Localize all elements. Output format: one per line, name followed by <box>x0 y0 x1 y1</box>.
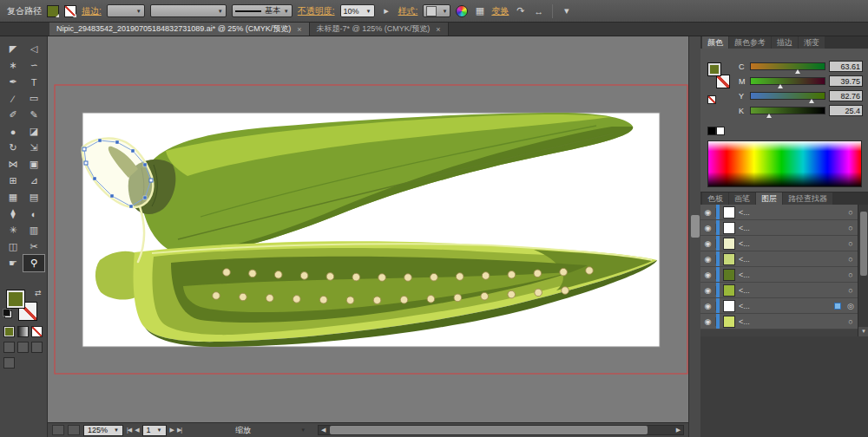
hand-tool[interactable]: ☛ <box>3 255 23 271</box>
target-icon[interactable]: ○ <box>844 286 858 295</box>
visibility-eye-icon[interactable]: ◉ <box>700 271 716 279</box>
scale-tool[interactable]: ⇲ <box>23 140 44 156</box>
opacity-select[interactable]: 10%▼ <box>340 4 375 17</box>
style-select[interactable]: ▼ <box>423 4 450 17</box>
layer-row[interactable]: ◉<...○ <box>700 220 858 236</box>
layer-row[interactable]: ◉<...◎ <box>700 298 858 314</box>
color-mode-button[interactable] <box>3 326 15 337</box>
tab-close-icon[interactable]: × <box>436 25 440 34</box>
control-bar-overflow-icon[interactable]: ▾ <box>560 4 573 17</box>
visibility-eye-icon[interactable]: ◉ <box>700 286 716 295</box>
black-swatch[interactable] <box>707 127 716 135</box>
slider-track[interactable] <box>750 62 825 70</box>
white-swatch[interactable] <box>716 127 725 135</box>
tab-close-icon[interactable]: × <box>297 25 301 34</box>
slider-thumb[interactable] <box>809 99 814 103</box>
status-icon-2[interactable] <box>68 425 80 435</box>
draw-normal-button[interactable] <box>3 342 15 353</box>
layers-scrollbar[interactable]: ▼ <box>858 205 868 336</box>
document-tab-1[interactable]: Nipic_29483542_20190705184832731089.ai* … <box>49 23 310 36</box>
recolor-artwork-icon[interactable] <box>456 5 468 17</box>
panel-fill-swatch[interactable] <box>707 62 721 76</box>
scrollbar-thumb[interactable] <box>860 212 867 276</box>
target-icon[interactable]: ○ <box>844 255 858 264</box>
layer-name[interactable]: <... <box>739 224 844 232</box>
tab-pathfinder[interactable]: 路径查找器 <box>783 192 832 205</box>
zoom-level-select[interactable]: 125%▼ <box>83 425 123 436</box>
default-fill-stroke-icon[interactable] <box>4 310 12 318</box>
none-swatch[interactable] <box>707 95 716 104</box>
layer-thumbnail[interactable] <box>723 238 735 250</box>
mesh-tool[interactable]: ▦ <box>3 189 23 205</box>
selection-tool[interactable]: ◤ <box>3 41 23 57</box>
tab-color[interactable]: 颜色 <box>702 36 728 49</box>
swap-fill-stroke-icon[interactable]: ⇄ <box>35 289 42 297</box>
tab-swatches[interactable]: 色板 <box>702 192 728 205</box>
slider-track[interactable] <box>750 92 825 100</box>
visibility-eye-icon[interactable]: ◉ <box>700 317 716 326</box>
free-transform-tool[interactable]: ▣ <box>23 156 44 173</box>
none-mode-button[interactable] <box>31 326 43 337</box>
blend-tool[interactable]: ◐ <box>23 205 44 222</box>
line-tool[interactable]: ∕ <box>3 90 23 107</box>
canvas-vertical-scrollbar[interactable] <box>688 36 700 437</box>
channel-value-field[interactable]: 82.76 <box>829 90 863 101</box>
draw-behind-button[interactable] <box>17 342 29 353</box>
rotate-tool[interactable]: ↻ <box>3 140 23 156</box>
gradient-tool[interactable]: ▤ <box>23 189 44 205</box>
screen-mode-button[interactable] <box>3 357 15 369</box>
magic-wand-tool[interactable]: ∗ <box>3 57 23 74</box>
channel-value-field[interactable]: 39.75 <box>829 75 863 87</box>
zoom-tool[interactable]: ⚲ <box>23 255 44 271</box>
draw-inside-button[interactable] <box>31 342 43 353</box>
layer-name[interactable]: <... <box>739 208 844 217</box>
type-tool[interactable]: T <box>23 74 44 90</box>
color-spectrum[interactable] <box>707 140 862 187</box>
first-artboard-button[interactable]: |◀ <box>127 427 131 434</box>
scrollbar-thumb[interactable] <box>330 426 648 434</box>
scrollbar-thumb[interactable] <box>691 215 700 238</box>
slice-tool[interactable]: ✂ <box>23 238 44 255</box>
eyedropper-tool[interactable]: ⧫ <box>3 205 23 222</box>
layer-row[interactable]: ◉<...○ <box>700 267 858 283</box>
visibility-eye-icon[interactable]: ◉ <box>700 208 716 217</box>
gradient-mode-button[interactable] <box>17 326 29 337</box>
tab-brushes[interactable]: 画笔 <box>729 192 755 205</box>
layer-name[interactable]: <... <box>739 286 844 295</box>
stroke-color-swatch[interactable] <box>64 5 76 17</box>
layer-thumbnail[interactable] <box>723 316 735 328</box>
stroke-panel-link[interactable]: 描边: <box>82 5 102 17</box>
document-tab-2[interactable]: 未标题-7* @ 125% (CMYK/预览)× <box>310 23 449 36</box>
symbol-sprayer-tool[interactable]: ✳ <box>3 222 23 238</box>
column-graph-tool[interactable]: ▥ <box>23 222 44 238</box>
layer-thumbnail[interactable] <box>723 222 735 234</box>
scroll-down-icon[interactable]: ▼ <box>858 327 868 336</box>
eraser-tool[interactable]: ◪ <box>23 123 44 140</box>
tab-color-guide[interactable]: 颜色参考 <box>729 36 771 49</box>
target-icon[interactable]: ○ <box>844 239 858 248</box>
fill-swatch[interactable] <box>6 290 25 309</box>
scrollbar-track[interactable] <box>328 426 674 434</box>
layer-thumbnail[interactable] <box>723 206 735 218</box>
channel-value-field[interactable]: 63.61 <box>829 61 863 72</box>
visibility-eye-icon[interactable]: ◉ <box>700 302 716 310</box>
next-artboard-button[interactable]: ▶ <box>170 427 174 434</box>
layer-name[interactable]: <... <box>739 255 844 264</box>
artboard-number-select[interactable]: 1▼ <box>142 425 167 436</box>
brush-definition-select[interactable]: 基本▼ <box>232 4 293 17</box>
layer-thumbnail[interactable] <box>723 253 735 265</box>
tab-stroke[interactable]: 描边 <box>772 36 798 49</box>
transform-link[interactable]: 变换 <box>491 5 509 17</box>
layer-thumbnail[interactable] <box>723 300 735 312</box>
visibility-eye-icon[interactable]: ◉ <box>700 239 716 248</box>
canvas-horizontal-scrollbar[interactable]: ◀ ▶ <box>318 425 684 435</box>
visibility-eye-icon[interactable]: ◉ <box>700 255 716 264</box>
paintbrush-tool[interactable]: ✐ <box>3 107 23 123</box>
layer-name[interactable]: <... <box>739 271 844 279</box>
last-artboard-button[interactable]: ▶| <box>177 427 181 434</box>
scroll-left-icon[interactable]: ◀ <box>319 427 328 434</box>
slider-thumb[interactable] <box>795 69 800 74</box>
target-icon[interactable]: ◎ <box>844 302 858 310</box>
layer-name[interactable]: <... <box>739 239 844 248</box>
stroke-weight-select[interactable]: ▼ <box>107 4 145 17</box>
